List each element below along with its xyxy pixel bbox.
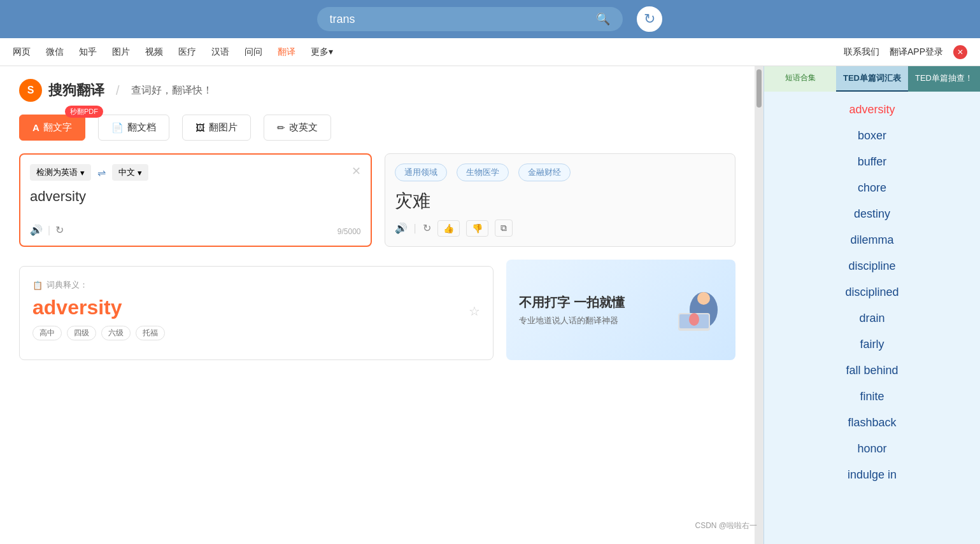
nav-contact[interactable]: 联系我们 <box>844 46 879 58</box>
nav-app[interactable]: 翻译APP登录 <box>890 46 943 58</box>
improve-english-button[interactable]: ✏ 改英文 <box>264 115 331 141</box>
word-item-drain[interactable]: drain <box>764 305 980 331</box>
logo-area: S 搜狗翻译 / 查词好，翻译快！ <box>19 79 735 102</box>
nav-item-ask[interactable]: 问问 <box>245 46 262 58</box>
translate-text-icon: A <box>32 122 39 133</box>
translate-text-button[interactable]: A 翻文字 <box>19 115 85 141</box>
logo-icon: S <box>19 79 42 102</box>
rotate-button[interactable]: ↻ <box>55 224 64 236</box>
target-lang-arrow: ▾ <box>138 168 142 178</box>
domain-finance[interactable]: 金融财经 <box>518 164 571 181</box>
main-area: S 搜狗翻译 / 查词好，翻译快！ 秒翻PDF A 翻文字 📄 翻文档 🖼 翻图… <box>0 66 980 544</box>
nav-item-translate[interactable]: 翻译 <box>278 46 295 58</box>
clear-input-button[interactable]: ✕ <box>352 164 361 178</box>
play-audio-button[interactable]: 🔊 <box>30 224 43 236</box>
output-rotate-button[interactable]: ↻ <box>423 222 431 234</box>
nav-item-more[interactable]: 更多▾ <box>311 46 333 58</box>
nav-item-video[interactable]: 视频 <box>145 46 163 58</box>
sidebar-tabs: 短语合集 TED单篇词汇表 TED单篇抽查！ <box>764 66 980 92</box>
word-item-discipline[interactable]: discipline <box>764 253 980 279</box>
scroll-thumb <box>756 69 762 108</box>
translate-image-label: 翻图片 <box>209 122 238 134</box>
search-button[interactable]: 🔍 <box>596 12 610 26</box>
nav-item-chinese[interactable]: 汉语 <box>211 46 229 58</box>
word-list: adversity boxer buffer chore destiny dil… <box>764 92 980 544</box>
word-item-finite[interactable]: finite <box>764 384 980 410</box>
tab-vocab[interactable]: TED单篇词汇表 <box>836 66 908 92</box>
word-item-fairly[interactable]: fairly <box>764 331 980 358</box>
favorite-button[interactable]: ☆ <box>469 303 480 319</box>
ad-banner: 不用打字 一拍就懂 专业地道说人话的翻译神器 <box>506 260 735 360</box>
word-item-flashback[interactable]: flashback <box>764 410 980 436</box>
nav-item-wechat[interactable]: 微信 <box>46 46 64 58</box>
output-text: 灾难 <box>395 189 726 213</box>
nav-item-image[interactable]: 图片 <box>112 46 130 58</box>
dict-tag-highschool: 高中 <box>32 326 62 340</box>
domain-biomedical[interactable]: 生物医学 <box>457 164 509 181</box>
word-item-buffer[interactable]: buffer <box>764 149 980 175</box>
target-lang-label: 中文 <box>118 167 135 178</box>
tab-phrases[interactable]: 短语合集 <box>764 66 836 92</box>
source-lang-label: 检测为英语 <box>36 167 78 178</box>
dict-tags: 高中 四级 六级 托福 <box>32 326 480 340</box>
dict-icon: 📋 <box>32 281 43 290</box>
word-item-adversity[interactable]: adversity <box>764 97 980 123</box>
ad-subtitle: 专业地道说人话的翻译神器 <box>519 315 653 326</box>
ad-image <box>659 284 723 335</box>
source-lang-arrow: ▾ <box>80 168 85 178</box>
top-search-bar: 🔍 ↻ <box>0 0 980 38</box>
translate-doc-button[interactable]: 📄 翻文档 <box>98 115 169 141</box>
divider: | <box>48 225 50 236</box>
nav-item-zhihu[interactable]: 知乎 <box>79 46 97 58</box>
output-actions: 🔊 | ↻ 👍 👎 ⧉ <box>395 220 726 237</box>
source-lang-button[interactable]: 检测为英语 ▾ <box>30 164 91 181</box>
nav-item-webpage[interactable]: 网页 <box>13 46 31 58</box>
char-count: 9/5000 <box>337 227 361 236</box>
search-box: 🔍 <box>317 7 623 31</box>
nav-item-medical[interactable]: 医疗 <box>178 46 196 58</box>
translation-area: 检测为英语 ▾ ⇌ 中文 ▾ adversity ✕ 🔊 | ↻ 9/5000 <box>19 153 735 247</box>
word-item-fall-behind[interactable]: fall behind <box>764 358 980 384</box>
pdf-badge: 秒翻PDF <box>65 106 103 118</box>
tab-quiz[interactable]: TED单篇抽查！ <box>908 66 980 92</box>
word-item-destiny[interactable]: destiny <box>764 201 980 227</box>
domain-general[interactable]: 通用领域 <box>395 164 447 181</box>
output-play-button[interactable]: 🔊 <box>395 222 408 234</box>
dict-tag-toefl: 托福 <box>136 326 165 340</box>
output-box: 通用领域 生物医学 金融财经 灾难 🔊 | ↻ 👍 👎 ⧉ <box>385 153 736 247</box>
copy-button[interactable]: ⧉ <box>495 220 513 237</box>
translate-doc-icon: 📄 <box>111 122 124 134</box>
word-item-boxer[interactable]: boxer <box>764 123 980 149</box>
swap-lang-button[interactable]: ⇌ <box>97 167 106 179</box>
right-sidebar: 短语合集 TED单篇词汇表 TED单篇抽查！ adversity boxer b… <box>763 66 980 544</box>
improve-english-label: 改英文 <box>289 122 318 134</box>
translate-doc-label: 翻文档 <box>127 122 156 134</box>
csdn-watermark: CSDN @啦啦右一 <box>695 520 757 531</box>
refresh-button[interactable]: ↻ <box>636 5 664 33</box>
left-panel: S 搜狗翻译 / 查词好，翻译快！ 秒翻PDF A 翻文字 📄 翻文档 🖼 翻图… <box>0 66 755 544</box>
thumbs-down-button[interactable]: 👎 <box>466 220 488 237</box>
target-lang-button[interactable]: 中文 ▾ <box>112 164 148 181</box>
output-divider: | <box>414 223 416 234</box>
svg-point-1 <box>697 292 710 305</box>
thumbs-up-button[interactable]: 👍 <box>437 220 460 237</box>
nav-bar: 网页 微信 知乎 图片 视频 医疗 汉语 问问 翻译 更多▾ 联系我们 翻译AP… <box>0 38 980 66</box>
translate-image-button[interactable]: 🖼 翻图片 <box>182 115 251 141</box>
dict-section: 📋 词典释义： adversity ☆ 高中 四级 六级 托福 <box>19 266 494 360</box>
dict-label: 📋 词典释义： <box>32 279 480 291</box>
word-item-honor[interactable]: honor <box>764 436 980 462</box>
word-item-disciplined[interactable]: disciplined <box>764 279 980 305</box>
close-button[interactable]: ✕ <box>953 45 967 59</box>
translate-image-icon: 🖼 <box>195 122 205 133</box>
word-item-chore[interactable]: chore <box>764 175 980 201</box>
input-text: adversity <box>30 188 361 205</box>
word-item-indulge[interactable]: indulge in <box>764 462 980 488</box>
scrollbar[interactable] <box>755 66 763 544</box>
input-box: 检测为英语 ▾ ⇌ 中文 ▾ adversity ✕ 🔊 | ↻ 9/5000 <box>19 153 372 247</box>
domain-tabs: 通用领域 生物医学 金融财经 <box>395 164 726 181</box>
search-input[interactable] <box>330 13 590 26</box>
translate-text-label: 翻文字 <box>43 122 72 134</box>
bottom-row: 📋 词典释义： adversity ☆ 高中 四级 六级 托福 不用打字 一拍就… <box>19 260 735 360</box>
ad-title: 不用打字 一拍就懂 <box>519 294 653 311</box>
word-item-dilemma[interactable]: dilemma <box>764 227 980 253</box>
